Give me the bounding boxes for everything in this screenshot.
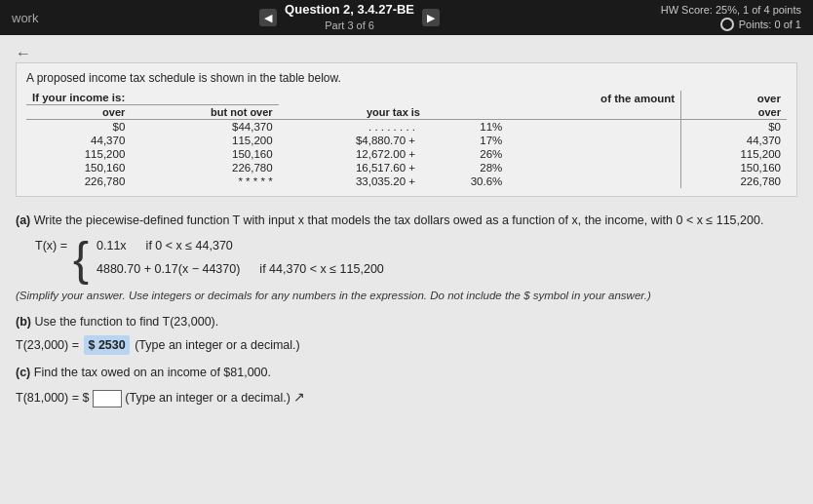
part-c-answer-input[interactable] xyxy=(93,390,122,407)
cell-amount-over: $0 xyxy=(681,120,787,135)
cell-percent: 26% xyxy=(421,147,508,161)
part-c-answer-label: T(81,000) = $ xyxy=(16,391,89,405)
question-info: Question 2, 3.4.27-BE Part 3 of 6 xyxy=(285,2,414,32)
piecewise-cases: 0.11x if 0 < x ≤ 44,370 4880.70 + 0.17(x… xyxy=(97,236,384,279)
part-b-note: (Type an integer or a decimal.) xyxy=(135,338,300,352)
header-amount-label: of the amount xyxy=(508,91,680,105)
cell-percent: 11% xyxy=(421,120,508,135)
top-bar: work ◀ Question 2, 3.4.27-BE Part 3 of 6… xyxy=(0,0,813,35)
cell-but-not-over: $44,370 xyxy=(131,120,278,135)
cell-but-not-over: 226,780 xyxy=(131,161,278,174)
cell-amount xyxy=(508,147,680,161)
part-b-answer-label: T(23,000) = xyxy=(16,338,79,352)
part-c-question: (c) Find the tax owed on an income of $8… xyxy=(16,363,797,382)
left-brace: { xyxy=(73,236,89,283)
cell-amount-over: 115,200 xyxy=(681,147,787,161)
cell-over: $0 xyxy=(26,120,131,135)
case1-formula: 0.11x xyxy=(97,236,127,255)
header-income: If your income is: xyxy=(26,91,279,105)
cell-tax: $4,880.70 + xyxy=(279,134,421,147)
cell-amount xyxy=(508,161,680,174)
hw-score: HW Score: 25%, 1 of 4 points xyxy=(661,4,801,16)
part-b-answer-row: T(23,000) = $ 2530 (Type an integer or a… xyxy=(16,335,797,355)
cell-percent: 30.6% xyxy=(421,174,508,188)
part-c: (c) Find the tax owed on an income of $8… xyxy=(16,363,797,407)
cell-tax: 12,672.00 + xyxy=(279,147,421,161)
cell-amount-over: 226,780 xyxy=(681,174,787,188)
points-label: Points: 0 of 1 xyxy=(739,19,801,30)
cell-over: 226,780 xyxy=(26,174,131,188)
question-label: Question 2, 3.4.27-BE xyxy=(285,2,414,19)
col-empty xyxy=(508,105,680,120)
case1-condition: if 0 < x ≤ 44,370 xyxy=(146,236,233,255)
cell-over: 115,200 xyxy=(26,147,131,161)
cell-amount-over: 150,160 xyxy=(681,161,787,174)
part-c-text: Find the tax owed on an income of $81,00… xyxy=(34,366,271,379)
cell-tax: 16,517.60 + xyxy=(279,161,421,174)
part-c-label: (c) xyxy=(16,366,30,379)
points-row: Points: 0 of 1 xyxy=(720,18,801,31)
part-a: (a) Write the piecewise-defined function… xyxy=(16,211,797,304)
part-b-answer-value: $ 2530 xyxy=(84,335,129,355)
piecewise-case-1: 0.11x if 0 < x ≤ 44,370 xyxy=(97,236,384,255)
header-over-label: over xyxy=(681,91,787,105)
part-c-answer-row: T(81,000) = $ (Type an integer or a deci… xyxy=(16,386,797,407)
cell-tax: . . . . . . . . xyxy=(279,120,421,135)
cell-tax: 33,035.20 + xyxy=(279,174,421,188)
cell-amount xyxy=(508,120,680,135)
cursor-icon: ↗ xyxy=(293,386,305,407)
score-info: HW Score: 25%, 1 of 4 points Points: 0 o… xyxy=(661,4,801,31)
cell-percent: 17% xyxy=(421,134,508,147)
cell-percent: 28% xyxy=(421,161,508,174)
table-row: 226,780 * * * * * 33,035.20 + 30.6% 226,… xyxy=(26,174,787,188)
cell-over: 150,160 xyxy=(26,161,131,174)
back-arrow-button[interactable]: ← xyxy=(16,45,31,62)
col-over: over xyxy=(26,105,131,120)
nav-left-button[interactable]: ◀ xyxy=(259,9,277,26)
tax-table-section: A proposed income tax schedule is shown … xyxy=(16,62,797,197)
piecewise-case-2: 4880.70 + 0.17(x − 44370) if 44,370 < x … xyxy=(97,259,384,279)
table-row: $0 $44,370 . . . . . . . . 11% $0 xyxy=(26,120,787,135)
col-your-tax: your tax is xyxy=(279,105,509,120)
col-but-not-over: but not over xyxy=(131,105,278,120)
part-a-text: Write the piecewise-defined function T w… xyxy=(34,213,764,227)
cell-but-not-over: * * * * * xyxy=(131,174,278,188)
table-row: 44,370 115,200 $4,880.70 + 17% 44,370 xyxy=(26,134,787,147)
part-a-question: (a) Write the piecewise-defined function… xyxy=(16,211,797,230)
main-content: ← A proposed income tax schedule is show… xyxy=(0,35,813,504)
col-over2: over xyxy=(681,105,787,120)
tx-label: T(x) = xyxy=(35,236,67,255)
cell-over: 44,370 xyxy=(26,134,131,147)
cell-amount xyxy=(508,174,680,188)
cell-amount xyxy=(508,134,680,147)
simplify-note: (Simplify your answer. Use integers or d… xyxy=(16,287,797,304)
nav-right-button[interactable]: ▶ xyxy=(422,9,440,26)
table-intro: A proposed income tax schedule is shown … xyxy=(26,71,787,85)
cell-but-not-over: 115,200 xyxy=(131,134,278,147)
table-row: 150,160 226,780 16,517.60 + 28% 150,160 xyxy=(26,161,787,174)
case2-condition: if 44,370 < x ≤ 115,200 xyxy=(259,259,383,279)
part-b: (b) Use the function to find T(23,000). … xyxy=(16,312,797,355)
case2-formula: 4880.70 + 0.17(x − 44370) xyxy=(97,259,240,279)
part-b-label: (b) xyxy=(16,315,31,329)
part-b-text: Use the function to find T(23,000). xyxy=(34,315,218,329)
table-row: 115,200 150,160 12,672.00 + 26% 115,200 xyxy=(26,147,787,161)
cell-amount-over: 44,370 xyxy=(681,134,787,147)
part-c-note: (Type an integer or a decimal.) xyxy=(125,391,290,405)
part-a-label: (a) xyxy=(16,213,30,227)
income-table: If your income is: of the amount over ov… xyxy=(26,91,787,188)
header-tax xyxy=(279,91,509,105)
part-label: Part 3 of 6 xyxy=(285,19,414,32)
app-title: work xyxy=(12,11,38,25)
question-body: (a) Write the piecewise-defined function… xyxy=(16,207,797,420)
part-b-question: (b) Use the function to find T(23,000). xyxy=(16,312,797,331)
points-icon xyxy=(720,18,734,31)
cell-but-not-over: 150,160 xyxy=(131,147,278,161)
piecewise-function: T(x) = { 0.11x if 0 < x ≤ 44,370 4880.70… xyxy=(35,236,797,283)
